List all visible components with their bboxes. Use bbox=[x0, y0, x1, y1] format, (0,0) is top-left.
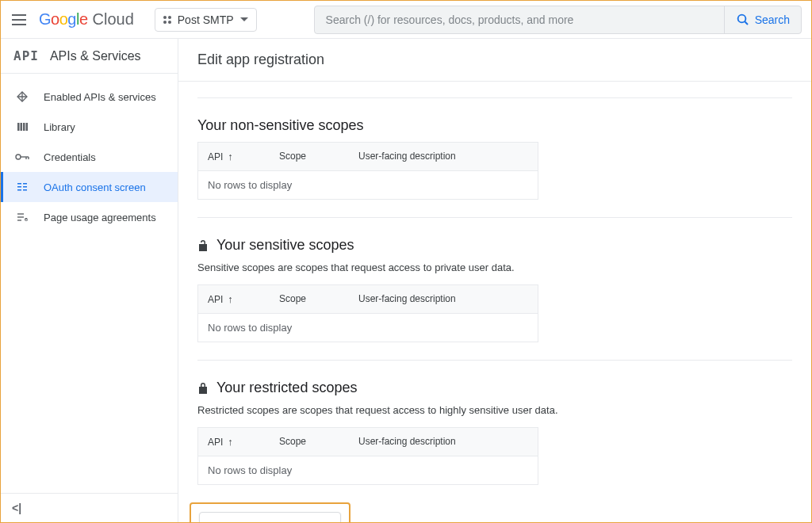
content-area: API APIs & Services Enabled APIs & servi… bbox=[1, 39, 811, 522]
section-heading-text: Your sensitive scopes bbox=[216, 237, 354, 254]
cancel-button[interactable]: CANCEL bbox=[366, 520, 410, 522]
table-col-desc[interactable]: User-facing description bbox=[358, 436, 528, 448]
sidebar-item-label: Page usage agreements bbox=[44, 212, 156, 223]
search-input[interactable] bbox=[315, 13, 724, 26]
sidebar-item-credentials[interactable]: Credentials bbox=[1, 142, 178, 172]
main-content: Edit app registration Your non-sensitive… bbox=[178, 39, 811, 522]
table-col-api[interactable]: API ↑ bbox=[208, 151, 279, 162]
table-empty-message: No rows to display bbox=[198, 170, 538, 199]
sidebar-item-library[interactable]: Library bbox=[1, 112, 178, 142]
scopes-table: API ↑ Scope User-facing description No r… bbox=[197, 284, 538, 342]
sidebar-item-enabled-apis[interactable]: Enabled APIs & services bbox=[1, 82, 178, 112]
sort-arrow-up-icon: ↑ bbox=[228, 293, 233, 305]
col-api-label: API bbox=[208, 151, 223, 162]
scopes-table: API ↑ Scope User-facing description No r… bbox=[197, 142, 538, 200]
sidebar-title: APIs & Services bbox=[50, 49, 141, 63]
restricted-scopes-section: Your restricted scopes Restricted scopes… bbox=[197, 380, 792, 485]
svg-rect-5 bbox=[26, 123, 29, 131]
search-container: Search bbox=[314, 6, 802, 34]
table-col-scope[interactable]: Scope bbox=[279, 293, 358, 305]
diamond-icon bbox=[15, 90, 29, 104]
col-api-label: API bbox=[208, 294, 223, 305]
section-heading: Your non-sensitive scopes bbox=[197, 117, 792, 134]
section-desc: Sensitive scopes are scopes that request… bbox=[197, 262, 792, 273]
main-header: Edit app registration bbox=[178, 39, 811, 82]
sidebar-footer: <| bbox=[1, 493, 178, 522]
sidebar-item-label: Credentials bbox=[44, 151, 96, 163]
svg-rect-3 bbox=[21, 123, 23, 131]
scopes-table: API ↑ Scope User-facing description No r… bbox=[197, 427, 538, 485]
sidebar-item-oauth-consent[interactable]: OAuth consent screen bbox=[1, 172, 178, 202]
top-header: Google Cloud Post SMTP Search bbox=[1, 1, 811, 39]
table-col-api[interactable]: API ↑ bbox=[208, 436, 279, 448]
svg-rect-14 bbox=[17, 189, 21, 191]
google-cloud-logo[interactable]: Google Cloud bbox=[39, 10, 134, 29]
sidebar-nav: Enabled APIs & services Library Credenti… bbox=[1, 74, 178, 493]
section-desc: Restricted scopes are scopes that reques… bbox=[197, 404, 792, 416]
table-header-row: API ↑ Scope User-facing description bbox=[198, 285, 538, 313]
divider bbox=[197, 97, 792, 98]
page-title: Edit app registration bbox=[197, 52, 792, 68]
svg-rect-12 bbox=[17, 186, 21, 188]
svg-line-1 bbox=[745, 21, 748, 25]
svg-rect-13 bbox=[23, 186, 27, 188]
agreements-icon bbox=[15, 210, 29, 224]
sidebar-header: API APIs & Services bbox=[1, 39, 178, 74]
sections-container: Your non-sensitive scopes API ↑ Scope Us… bbox=[178, 82, 811, 522]
sidebar-item-label: OAuth consent screen bbox=[44, 181, 146, 193]
svg-point-0 bbox=[737, 14, 745, 22]
table-col-desc[interactable]: User-facing description bbox=[358, 293, 528, 305]
svg-point-6 bbox=[16, 155, 21, 159]
hamburger-menu-icon[interactable] bbox=[10, 10, 29, 29]
section-heading: Your restricted scopes bbox=[197, 380, 792, 396]
collapse-sidebar-icon[interactable]: <| bbox=[12, 502, 21, 514]
sort-arrow-up-icon: ↑ bbox=[228, 436, 233, 448]
sidebar-item-agreements[interactable]: Page usage agreements bbox=[1, 202, 178, 232]
table-header-row: API ↑ Scope User-facing description bbox=[198, 143, 538, 170]
search-icon bbox=[736, 13, 750, 27]
col-api-label: API bbox=[208, 437, 223, 448]
sensitive-scopes-section: Your sensitive scopes Sensitive scopes a… bbox=[197, 237, 792, 342]
sidebar-item-label: Library bbox=[44, 121, 75, 133]
save-and-continue-button[interactable]: SAVE AND CONTINUE bbox=[199, 512, 341, 522]
library-icon bbox=[15, 120, 29, 134]
consent-icon bbox=[15, 180, 29, 194]
table-col-api[interactable]: API ↑ bbox=[208, 293, 279, 305]
api-logo-icon: API bbox=[13, 48, 39, 63]
table-empty-message: No rows to display bbox=[198, 313, 538, 342]
table-col-scope[interactable]: Scope bbox=[279, 436, 358, 448]
sort-arrow-up-icon: ↑ bbox=[228, 151, 233, 162]
project-name: Post SMTP bbox=[178, 13, 234, 26]
project-selector[interactable]: Post SMTP bbox=[155, 8, 257, 32]
sidebar: API APIs & Services Enabled APIs & servi… bbox=[1, 39, 178, 522]
svg-rect-10 bbox=[17, 183, 21, 185]
section-heading-text: Your restricted scopes bbox=[216, 380, 357, 396]
action-buttons: SAVE AND CONTINUE CANCEL bbox=[190, 502, 792, 522]
chevron-down-icon bbox=[240, 17, 248, 21]
lock-icon bbox=[197, 382, 209, 395]
svg-rect-4 bbox=[23, 123, 25, 131]
svg-rect-11 bbox=[23, 183, 27, 185]
section-heading-text: Your non-sensitive scopes bbox=[197, 117, 363, 134]
table-col-desc[interactable]: User-facing description bbox=[358, 151, 528, 162]
svg-rect-15 bbox=[23, 189, 27, 191]
cloud-text: Cloud bbox=[93, 10, 134, 29]
search-button-label: Search bbox=[755, 13, 790, 26]
non-sensitive-scopes-section: Your non-sensitive scopes API ↑ Scope Us… bbox=[197, 117, 792, 200]
table-header-row: API ↑ Scope User-facing description bbox=[198, 428, 538, 456]
svg-rect-2 bbox=[17, 123, 20, 131]
table-col-scope[interactable]: Scope bbox=[279, 151, 358, 162]
unlock-icon bbox=[197, 239, 209, 252]
key-icon bbox=[15, 150, 29, 164]
table-empty-message: No rows to display bbox=[198, 456, 538, 484]
sidebar-item-label: Enabled APIs & services bbox=[44, 91, 156, 103]
divider bbox=[197, 360, 792, 361]
save-highlight-box: SAVE AND CONTINUE bbox=[190, 502, 350, 522]
project-dots-icon bbox=[163, 16, 171, 24]
divider bbox=[197, 217, 792, 218]
section-heading: Your sensitive scopes bbox=[197, 237, 792, 254]
search-button[interactable]: Search bbox=[724, 6, 801, 33]
